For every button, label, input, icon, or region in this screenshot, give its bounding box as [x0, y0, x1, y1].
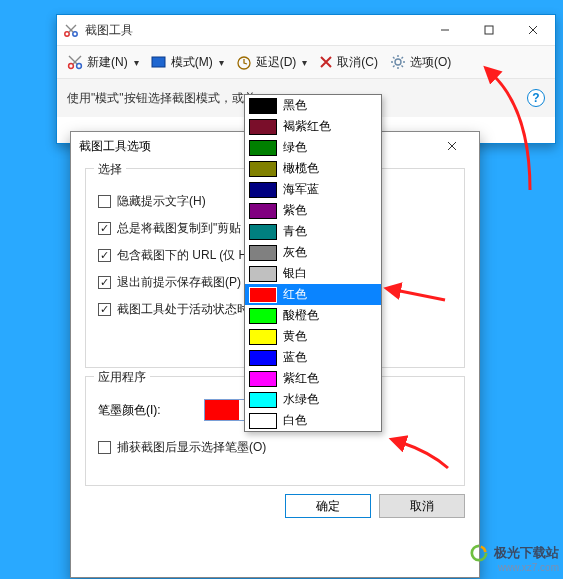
- delay-button[interactable]: 延迟(D) ▾: [232, 50, 312, 75]
- scissors-app-icon: [63, 22, 79, 38]
- color-option[interactable]: 红色: [245, 284, 381, 305]
- color-option[interactable]: 紫红色: [245, 368, 381, 389]
- checkbox-include-url[interactable]: [98, 249, 111, 262]
- chevron-down-icon: ▾: [219, 57, 224, 68]
- checkbox-active-state[interactable]: [98, 303, 111, 316]
- color-option[interactable]: 绿色: [245, 137, 381, 158]
- label-hide-hint: 隐藏提示文字(H): [117, 193, 206, 210]
- label-copy-clip: 总是将截图复制到"剪贴: [117, 220, 241, 237]
- color-option[interactable]: 水绿色: [245, 389, 381, 410]
- checkbox-prompt-save[interactable]: [98, 276, 111, 289]
- checkbox-capture-ink[interactable]: [98, 441, 111, 454]
- color-option[interactable]: 白色: [245, 410, 381, 431]
- color-swatch: [249, 245, 277, 261]
- color-swatch: [249, 329, 277, 345]
- options-close-button[interactable]: [433, 133, 471, 159]
- color-name: 海军蓝: [283, 181, 319, 198]
- color-option[interactable]: 橄榄色: [245, 158, 381, 179]
- color-name: 银白: [283, 265, 307, 282]
- chevron-down-icon: ▾: [134, 57, 139, 68]
- clock-icon: [236, 54, 252, 70]
- svg-point-4: [77, 64, 82, 69]
- cancel-button[interactable]: 取消: [379, 494, 465, 518]
- color-name: 灰色: [283, 244, 307, 261]
- color-swatch: [249, 308, 277, 324]
- new-label: 新建(N): [87, 54, 128, 71]
- color-name: 褐紫红色: [283, 118, 331, 135]
- mode-button[interactable]: 模式(M) ▾: [147, 50, 228, 75]
- checkbox-copy-clip[interactable]: [98, 222, 111, 235]
- x-icon: [319, 55, 333, 69]
- scissors-icon: [67, 54, 83, 70]
- close-icon: [447, 141, 457, 151]
- window-title: 截图工具: [85, 22, 133, 39]
- color-name: 水绿色: [283, 391, 319, 408]
- ok-label: 确定: [316, 498, 340, 515]
- color-option[interactable]: 褐紫红色: [245, 116, 381, 137]
- rectangle-mode-icon: [151, 55, 167, 69]
- cancel-label: 取消(C): [337, 54, 378, 71]
- color-swatch: [249, 287, 277, 303]
- color-swatch: [249, 413, 277, 429]
- cancel-snip-button[interactable]: 取消(C): [315, 50, 382, 75]
- group-app-legend: 应用程序: [94, 369, 150, 386]
- color-option[interactable]: 海军蓝: [245, 179, 381, 200]
- color-name: 白色: [283, 412, 307, 429]
- svg-rect-2: [485, 26, 493, 34]
- svg-point-3: [69, 64, 74, 69]
- watermark-icon: [470, 544, 488, 562]
- color-swatch: [249, 224, 277, 240]
- svg-point-0: [65, 32, 69, 36]
- watermark: 极光下载站 www.xz7.com: [470, 543, 559, 573]
- svg-rect-5: [152, 57, 165, 67]
- chevron-down-icon: ▾: [302, 57, 307, 68]
- close-button[interactable]: [511, 15, 555, 45]
- color-option[interactable]: 灰色: [245, 242, 381, 263]
- color-option[interactable]: 紫色: [245, 200, 381, 221]
- color-swatch: [249, 203, 277, 219]
- svg-point-7: [395, 59, 401, 65]
- color-swatch: [249, 140, 277, 156]
- color-name: 紫红色: [283, 370, 319, 387]
- options-title: 截图工具选项: [79, 138, 151, 155]
- help-icon[interactable]: ?: [527, 89, 545, 107]
- color-option[interactable]: 黑色: [245, 95, 381, 116]
- color-swatch: [249, 371, 277, 387]
- color-swatch: [249, 98, 277, 114]
- group-select-legend: 选择: [94, 161, 126, 178]
- label-active-state: 截图工具处于活动状态时: [117, 301, 249, 318]
- svg-point-1: [73, 32, 77, 36]
- color-dropdown-list[interactable]: 黑色褐紫红色绿色橄榄色海军蓝紫色青色灰色银白红色酸橙色黄色蓝色紫红色水绿色白色: [244, 94, 382, 432]
- maximize-button[interactable]: [467, 15, 511, 45]
- color-option[interactable]: 黄色: [245, 326, 381, 347]
- color-name: 青色: [283, 223, 307, 240]
- color-name: 橄榄色: [283, 160, 319, 177]
- color-name: 红色: [283, 286, 307, 303]
- color-name: 紫色: [283, 202, 307, 219]
- options-button[interactable]: 选项(O): [386, 50, 455, 75]
- minimize-button[interactable]: [423, 15, 467, 45]
- color-option[interactable]: 青色: [245, 221, 381, 242]
- color-name: 黄色: [283, 328, 307, 345]
- label-include-url: 包含截图下的 URL (仅 H: [117, 247, 247, 264]
- color-name: 蓝色: [283, 349, 307, 366]
- watermark-title: 极光下载站: [494, 545, 559, 560]
- color-swatch: [249, 392, 277, 408]
- new-button[interactable]: 新建(N) ▾: [63, 50, 143, 75]
- color-option[interactable]: 酸橙色: [245, 305, 381, 326]
- options-label: 选项(O): [410, 54, 451, 71]
- color-name: 酸橙色: [283, 307, 319, 324]
- label-capture-ink: 捕获截图后显示选择笔墨(O): [117, 439, 266, 456]
- gear-icon: [390, 54, 406, 70]
- color-option[interactable]: 银白: [245, 263, 381, 284]
- color-name: 黑色: [283, 97, 307, 114]
- color-option[interactable]: 蓝色: [245, 347, 381, 368]
- ink-color-swatch: [205, 400, 239, 420]
- color-swatch: [249, 119, 277, 135]
- ok-button[interactable]: 确定: [285, 494, 371, 518]
- watermark-url: www.xz7.com: [470, 562, 559, 573]
- cancel-label: 取消: [410, 498, 434, 515]
- mode-label: 模式(M): [171, 54, 213, 71]
- checkbox-hide-hint[interactable]: [98, 195, 111, 208]
- label-prompt-save: 退出前提示保存截图(P): [117, 274, 241, 291]
